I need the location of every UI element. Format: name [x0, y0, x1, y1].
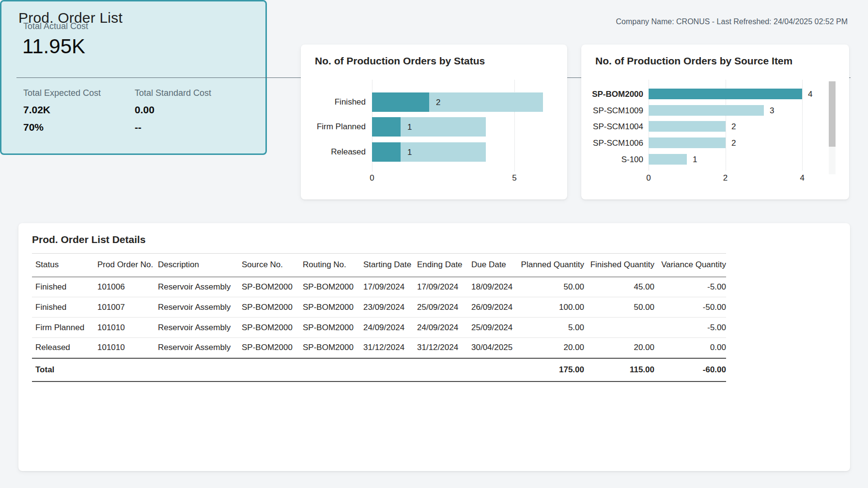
status-bar-value-released: 1: [407, 148, 412, 157]
total-label: Total: [32, 358, 94, 381]
column-header-ending-date[interactable]: Ending Date: [414, 254, 468, 277]
source-chart-card[interactable]: No. of Production Orders by Source Item …: [581, 45, 849, 199]
source-bar-value-sp-scm1006: 2: [731, 138, 736, 148]
total-finished-quantity: 115.00: [584, 358, 654, 381]
column-header-variance-quantity[interactable]: Variance Quantity: [654, 254, 726, 277]
source-x-tick-0: 0: [646, 173, 651, 183]
source-bar-sp-scm1004[interactable]: [649, 121, 726, 132]
table-cell-starting-date: 23/09/2024: [360, 297, 414, 318]
total-starting-date: [360, 358, 414, 381]
table-total-row: Total175.00115.00-60.00: [32, 358, 726, 381]
table-cell-description: Reservoir Assembly: [155, 277, 238, 297]
kpi-card-total-actual-cost[interactable]: Total Actual Cost 11.95K Total Expected …: [0, 0, 267, 155]
table-cell-status: Finished: [32, 277, 94, 297]
status-category-label-released: Released: [301, 147, 366, 157]
prod-order-details-table: StatusProd Order No.DescriptionSource No…: [32, 253, 726, 382]
status-x-tick-0: 0: [370, 173, 374, 183]
kpi-secondary-label: Total Expected Cost: [23, 88, 135, 98]
table-cell-finished-quantity: [584, 318, 654, 338]
table-cell-ending-date: 24/09/2024: [414, 318, 468, 338]
total-routing-no: [299, 358, 360, 381]
table-cell-ending-date: 31/12/2024: [414, 338, 468, 358]
table-cell-description: Reservoir Assembly: [155, 297, 238, 318]
table-cell-description: Reservoir Assembly: [155, 318, 238, 338]
status-bar-finished[interactable]: [372, 92, 429, 112]
table-cell-due-date: 18/09/2024: [468, 277, 514, 297]
table-cell-variance-quantity: -5.00: [654, 318, 726, 338]
table-row-released-101010[interactable]: Released101010Reservoir AssemblySP-BOM20…: [32, 338, 726, 358]
column-header-due-date[interactable]: Due Date: [468, 254, 514, 277]
source-category-label-sp-scm1009: SP-SCM1009: [581, 106, 643, 116]
column-header-status[interactable]: Status: [32, 254, 94, 277]
table-cell-variance-quantity: -50.00: [654, 297, 726, 318]
table-cell-finished-quantity: 50.00: [584, 297, 654, 318]
source-x-tick-4: 4: [800, 173, 804, 183]
table-cell-starting-date: 17/09/2024: [360, 277, 414, 297]
table-row-firm-planned-101010[interactable]: Firm Planned101010Reservoir AssemblySP-B…: [32, 318, 726, 338]
column-header-description[interactable]: Description: [155, 254, 238, 277]
table-title: Prod. Order List Details: [32, 234, 146, 245]
kpi-primary-value: 11.95K: [22, 35, 85, 58]
kpi-secondary-subvalue: 70%: [23, 122, 135, 133]
table-cell-starting-date: 31/12/2024: [360, 338, 414, 358]
source-bar-sp-bom2000[interactable]: [649, 89, 802, 99]
source-chart-plot: 024SP-BOM20004SP-SCM10093SP-SCM10042SP-S…: [581, 45, 849, 199]
total-variance-quantity: -60.00: [654, 358, 726, 381]
table-cell-status: Firm Planned: [32, 318, 94, 338]
table-cell-source-no: SP-BOM2000: [238, 338, 299, 358]
company-refresh-info: Company Name: CRONUS - Last Refreshed: 2…: [616, 17, 848, 26]
kpi-secondary-label: Total Standard Cost: [135, 88, 246, 98]
source-bar-sp-scm1009[interactable]: [649, 105, 764, 116]
table-row-finished-101007[interactable]: Finished101007Reservoir AssemblySP-BOM20…: [32, 297, 726, 318]
table-cell-status: Finished: [32, 297, 94, 318]
table-cell-due-date: 26/09/2024: [468, 297, 514, 318]
source-bar-value-sp-scm1009: 3: [770, 106, 774, 116]
kpi-metric-total-standard-cost: Total Standard Cost0.00--: [135, 88, 246, 133]
status-bar-released[interactable]: [372, 142, 401, 162]
total-planned-quantity: 175.00: [514, 358, 584, 381]
source-category-label-sp-scm1006: SP-SCM1006: [581, 138, 643, 148]
total-description: [155, 358, 238, 381]
source-bar-sp-scm1006[interactable]: [649, 137, 726, 148]
source-category-label-sp-bom2000: SP-BOM2000: [581, 90, 643, 99]
column-header-planned-quantity[interactable]: Planned Quantity: [514, 254, 584, 277]
chart-scrollbar-thumb[interactable]: [829, 81, 836, 147]
table-cell-planned-quantity: 50.00: [514, 277, 584, 297]
table-row-finished-101006[interactable]: Finished101006Reservoir AssemblySP-BOM20…: [32, 277, 726, 297]
source-bar-value-s-100: 1: [693, 155, 697, 165]
table-cell-due-date: 25/09/2024: [468, 318, 514, 338]
table-cell-ending-date: 17/09/2024: [414, 277, 468, 297]
kpi-primary-label: Total Actual Cost: [23, 21, 88, 31]
table-cell-routing-no: SP-BOM2000: [299, 338, 360, 358]
table-cell-prod-order-no: 101010: [94, 318, 155, 338]
source-gridline-4: [802, 80, 803, 170]
column-header-source-no[interactable]: Source No.: [238, 254, 299, 277]
table-cell-planned-quantity: 5.00: [514, 318, 584, 338]
kpi-secondary-value: 7.02K: [23, 104, 135, 116]
kpi-secondary-value: 0.00: [135, 104, 246, 116]
table-cell-routing-no: SP-BOM2000: [299, 297, 360, 318]
source-bar-s-100[interactable]: [649, 154, 687, 165]
column-header-finished-quantity[interactable]: Finished Quantity: [584, 254, 654, 277]
kpi-secondary-subvalue: --: [135, 122, 246, 133]
prod-order-list-dashboard: Prod. Order List Company Name: CRONUS - …: [0, 0, 868, 488]
column-header-routing-no[interactable]: Routing No.: [299, 254, 360, 277]
total-source-no: [238, 358, 299, 381]
table-cell-variance-quantity: -5.00: [654, 277, 726, 297]
column-header-starting-date[interactable]: Starting Date: [360, 254, 414, 277]
table-cell-planned-quantity: 100.00: [514, 297, 584, 318]
status-bar-firm-planned[interactable]: [372, 117, 401, 137]
table-cell-prod-order-no: 101010: [94, 338, 155, 358]
table-cell-prod-order-no: 101007: [94, 297, 155, 318]
column-header-prod-order-no[interactable]: Prod Order No.: [94, 254, 155, 277]
table-cell-variance-quantity: 0.00: [654, 338, 726, 358]
table-cell-finished-quantity: 45.00: [584, 277, 654, 297]
table-cell-source-no: SP-BOM2000: [238, 318, 299, 338]
table-cell-planned-quantity: 20.00: [514, 338, 584, 358]
status-chart-card[interactable]: No. of Production Orders by Status 05Fin…: [301, 45, 567, 199]
table-cell-source-no: SP-BOM2000: [238, 277, 299, 297]
kpi-metric-total-expected-cost: Total Expected Cost7.02K70%: [23, 88, 135, 133]
status-chart-plot: 05Finished2Firm Planned1Released1: [301, 45, 567, 199]
table-cell-prod-order-no: 101006: [94, 277, 155, 297]
total-ending-date: [414, 358, 468, 381]
